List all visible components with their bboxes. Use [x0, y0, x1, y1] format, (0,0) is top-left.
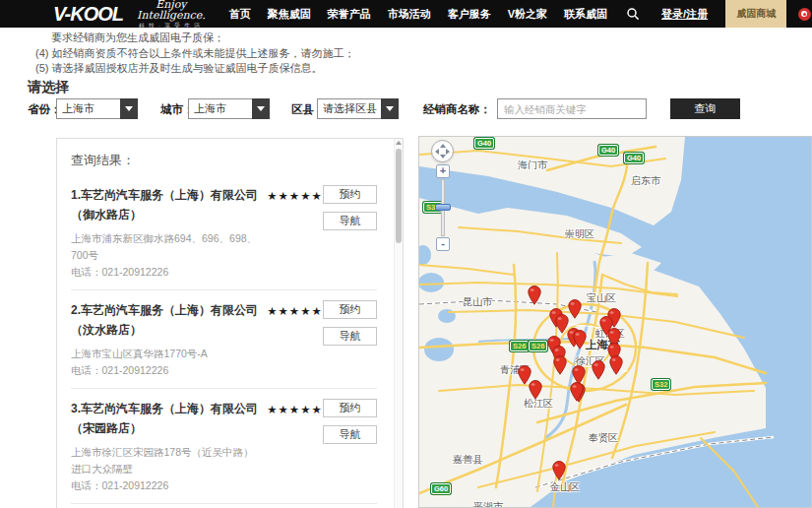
- road-badge: G40: [474, 138, 494, 149]
- dealer-marker-pin-icon[interactable]: [528, 286, 541, 305]
- dealer-row: 4.车艺尚汽车服务（上海）有限公司（莘庄店） 上海市松江区场东路193号（场南路…: [71, 504, 377, 508]
- dealer-info: 3.车艺尚汽车服务（上海）有限公司（宋园路店） 上海市徐汇区宋园路178号（近吴…: [71, 399, 267, 494]
- city-select[interactable]: 上海市: [188, 98, 270, 119]
- book-button[interactable]: 预约: [323, 399, 377, 417]
- dealer-address: 上海市宝山区真华路1770号-A: [71, 346, 261, 362]
- notice-text: 要求经销商为您生成威固电子质保；(4) 如经销商资质不符合以上条件或未能提供上述…: [35, 31, 355, 77]
- map-pan-control[interactable]: [431, 140, 454, 162]
- nav-link[interactable]: 客户服务: [448, 7, 491, 22]
- top-navbar: V-KOOL Enjoy Intelligence. 科技·享受生活 首页聚焦威…: [0, 0, 812, 28]
- dealer-marker-pin-icon[interactable]: [592, 360, 605, 380]
- nav-link[interactable]: 首页: [229, 7, 251, 22]
- scroll-up-arrow-icon[interactable]: [396, 141, 402, 145]
- rating-stars: ★★★★★: [267, 399, 323, 494]
- dealer-marker-pin-icon[interactable]: [552, 461, 566, 480]
- pan-down-icon[interactable]: [440, 155, 446, 159]
- map-city-label: 宝山区: [587, 291, 616, 305]
- dealer-row: 1.车艺尚汽车服务（上海）有限公司（御水路店） 上海市浦东新区御水路694、69…: [71, 175, 377, 290]
- map-city-label: 嘉善县: [453, 453, 482, 467]
- tagline-cn: 科技·享受生活: [137, 23, 206, 29]
- nav-link[interactable]: V粉之家: [508, 7, 547, 22]
- search-button[interactable]: 查询: [670, 98, 740, 119]
- results-title: 查询结果：: [71, 149, 377, 175]
- dealer-actions: 预约 导航: [323, 300, 377, 379]
- road-badge: G60: [431, 483, 451, 494]
- dealer-marker-pin-icon[interactable]: [529, 380, 542, 400]
- chevron-down-icon[interactable]: [252, 98, 270, 119]
- map-city-label: 海门市: [518, 159, 547, 172]
- dealer-name: 2.车艺尚汽车服务（上海）有限公司（汶水路店）: [71, 300, 261, 340]
- dealer-marker-pin-icon[interactable]: [553, 355, 567, 375]
- road-badge: S26: [529, 341, 547, 351]
- dealer-marker-pin-icon[interactable]: [568, 299, 582, 319]
- map-city-label: 启东市: [631, 174, 660, 188]
- navigate-button[interactable]: 导航: [323, 327, 377, 346]
- nav-link[interactable]: 荣誉产品: [328, 7, 371, 22]
- dealer-row: 3.车艺尚汽车服务（上海）有限公司（宋园路店） 上海市徐汇区宋园路178号（近吴…: [71, 389, 377, 504]
- dealer-marker-pin-icon[interactable]: [570, 382, 584, 402]
- nav-link[interactable]: 聚焦威固: [268, 7, 311, 22]
- dealer-name: 3.车艺尚汽车服务（上海）有限公司（宋园路店）: [71, 399, 261, 438]
- map-city-label: 昆山市: [463, 295, 492, 309]
- results-scrollbar[interactable]: [394, 139, 403, 508]
- results-list: 1.车艺尚汽车服务（上海）有限公司（御水路店） 上海市浦东新区御水路694、69…: [71, 175, 377, 508]
- chevron-down-icon[interactable]: [381, 98, 399, 119]
- province-select[interactable]: 上海市: [56, 98, 138, 119]
- road-badge: G40: [598, 145, 618, 156]
- dealer-phone: 电话：021-20912226: [71, 477, 261, 494]
- dealer-info: 1.车艺尚汽车服务（上海）有限公司（御水路店） 上海市浦东新区御水路694、69…: [71, 185, 267, 281]
- dealer-name: 1.车艺尚汽车服务（上海）有限公司（御水路店）: [71, 185, 261, 224]
- pan-left-icon[interactable]: [435, 149, 439, 155]
- filter-bar: 省份： 上海市 城市： 上海市 区县： 请选择区县 经销商名称： 查询: [0, 98, 812, 120]
- nav-link[interactable]: 市场活动: [388, 7, 431, 22]
- rating-stars: ★★★★★: [267, 300, 323, 379]
- navigate-button[interactable]: 导航: [323, 212, 377, 230]
- section-title: 请选择: [28, 79, 69, 96]
- zoom-in-button[interactable]: +: [436, 164, 450, 178]
- tagline-en: Enjoy Intelligence.: [137, 0, 206, 21]
- login-register-link[interactable]: 登录/注册: [661, 7, 708, 22]
- nav-link[interactable]: 联系威固: [564, 7, 607, 22]
- notice-line: (4) 如经销商资质不符合以上条件或未能提供上述服务，请勿施工；: [35, 46, 355, 62]
- results-panel: 查询结果： 1.车艺尚汽车服务（上海）有限公司（御水路店） 上海市浦东新区御水路…: [56, 138, 404, 508]
- dealer-marker-pin-icon[interactable]: [609, 355, 623, 375]
- map-city-label: 奉贤区: [589, 431, 618, 445]
- map-city-label: 平湖市: [473, 500, 503, 508]
- notice-line: 要求经销商为您生成威固电子质保；: [35, 31, 355, 46]
- brand-logo[interactable]: V-KOOL: [53, 3, 123, 26]
- map-city-label: 崇明区: [565, 227, 594, 241]
- chevron-down-icon[interactable]: [120, 98, 138, 119]
- road-badge: S26: [510, 341, 529, 351]
- dealer-name-label: 经销商名称：: [423, 102, 491, 117]
- book-button[interactable]: 预约: [323, 300, 377, 319]
- dealer-keyword-input[interactable]: [497, 98, 647, 119]
- scrollbar-thumb[interactable]: [396, 149, 402, 243]
- navigate-button[interactable]: 导航: [323, 425, 377, 444]
- dealer-actions: 预约 导航: [323, 399, 377, 494]
- book-button[interactable]: 预约: [323, 185, 377, 204]
- dealer-phone: 电话：021-20912226: [71, 264, 261, 281]
- road-badge: G40: [624, 153, 644, 163]
- map-city-label: 金山区: [550, 480, 580, 494]
- map-panel: 海门市启东市崇明区宝山区昆山市虹口区上海市徐汇区青浦区松江区奉贤区嘉善县金山区平…: [418, 136, 812, 508]
- road-badge: S32: [652, 379, 670, 390]
- search-icon[interactable]: [626, 7, 640, 21]
- dealer-address: 上海市徐汇区宋园路178号（近吴中路）进口大众隔壁: [71, 444, 261, 477]
- dealer-phone: 电话：021-20912226: [71, 362, 261, 379]
- main-nav: 首页聚焦威固荣誉产品市场活动客户服务V粉之家联系威固: [229, 7, 624, 22]
- social-icons: 天猫: [798, 6, 812, 22]
- pan-right-icon[interactable]: [446, 149, 450, 155]
- dealer-info: 2.车艺尚汽车服务（上海）有限公司（汶水路店） 上海市宝山区真华路1770号-A…: [71, 300, 267, 379]
- district-value: 请选择区县: [323, 102, 377, 114]
- brand-tagline: Enjoy Intelligence. 科技·享受生活: [137, 0, 206, 29]
- zoom-slider-handle[interactable]: [435, 204, 451, 211]
- mall-button[interactable]: 威固商城: [725, 0, 786, 28]
- zoom-out-button[interactable]: -: [436, 237, 450, 251]
- district-select[interactable]: 请选择区县: [317, 98, 399, 119]
- dealer-marker-pin-icon[interactable]: [573, 330, 587, 349]
- dealer-row: 2.车艺尚汽车服务（上海）有限公司（汶水路店） 上海市宝山区真华路1770号-A…: [71, 290, 377, 389]
- rating-stars: ★★★★★: [267, 185, 323, 281]
- weibo-icon[interactable]: [798, 8, 811, 21]
- notice-line: (5) 请选择威固授权店并及时生成与验证威固电子质保信息。: [35, 61, 355, 77]
- pan-up-icon[interactable]: [440, 144, 446, 148]
